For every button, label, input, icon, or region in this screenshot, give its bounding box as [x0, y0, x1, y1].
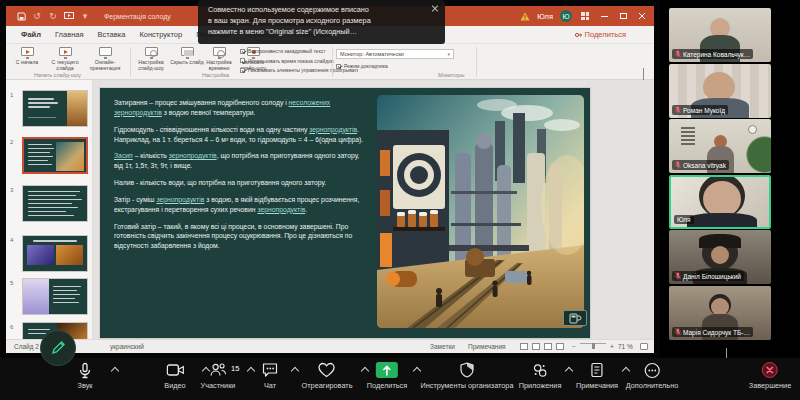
thumb-number: 2	[10, 139, 13, 145]
chat-icon	[262, 361, 279, 379]
mic-muted-icon	[675, 50, 681, 58]
language-indicator[interactable]: украинский	[110, 343, 144, 350]
chat-options-chevron-icon[interactable]	[291, 367, 299, 375]
slide-paragraph: Затір - суміш зернопродуктів з водою, в …	[114, 195, 370, 215]
leave-meeting-button[interactable]: Завершение	[749, 361, 791, 390]
minimize-button[interactable]	[598, 10, 610, 22]
chat-button[interactable]: Чат	[262, 361, 279, 390]
slide-sorter-view-icon[interactable]	[532, 343, 540, 350]
fit-to-window-icon[interactable]	[640, 343, 648, 350]
slide-thumbnail-panel: 1 2 3	[6, 80, 93, 339]
tab-design[interactable]: Конструктор	[132, 30, 189, 39]
more-participants-chevron-icon[interactable]	[726, 348, 734, 356]
thumb-number: 5	[10, 280, 13, 286]
undo-icon[interactable]: ↺	[32, 11, 42, 21]
tab-insert[interactable]: Вставка	[91, 30, 133, 39]
close-button[interactable]	[636, 10, 648, 22]
participants-options-chevron-icon[interactable]	[247, 367, 255, 375]
tab-file[interactable]: Файл	[14, 30, 48, 39]
tab-home[interactable]: Главная	[48, 30, 91, 39]
hide-slide-button[interactable]: Скрыть слайд	[170, 47, 204, 66]
slide-thumbnail-2-selected[interactable]	[22, 137, 88, 174]
audio-options-chevron-icon[interactable]	[111, 367, 119, 375]
mic-muted-icon	[675, 328, 681, 336]
pencil-icon	[50, 340, 66, 356]
zoom-in-button[interactable]: +	[610, 343, 614, 350]
participant-tile[interactable]: Даніл Білошицький	[669, 230, 771, 284]
apps-button[interactable]: Приложения	[519, 361, 562, 390]
notes-toggle[interactable]: Заметки	[430, 343, 455, 350]
ribbon-display-options-icon[interactable]	[579, 10, 591, 22]
maximize-button[interactable]	[617, 10, 629, 22]
group-label-setup: Настройка	[202, 72, 229, 78]
shield-icon	[460, 361, 475, 379]
powerpoint-window: ↺ ↻ ▾ Ферментація солоду Юля Ю	[6, 6, 654, 353]
notes-icon	[590, 361, 604, 379]
meeting-toolbar: Звук Видео Участники 15 Чат	[0, 358, 800, 400]
mic-icon	[77, 361, 93, 379]
participant-tile[interactable]: Роман Мукоїд	[669, 64, 771, 118]
thumb-number: 3	[10, 187, 13, 193]
ppt-statusbar: Слайд 2 из 7 украинский Заметки Примечан…	[6, 339, 654, 353]
account-name[interactable]: Юля	[537, 12, 553, 21]
group-label-start-slideshow: Начать слайд-шоу	[34, 72, 81, 78]
checkbox-presenter-view[interactable]: Режим докладчика	[336, 63, 466, 69]
zoom-out-button[interactable]: −	[572, 343, 576, 350]
slide-paragraph: Засип – кількість зернопродуктів, що пот…	[114, 151, 370, 171]
notes-button[interactable]: Примечания	[576, 361, 618, 390]
zoom-level[interactable]: 71 %	[618, 343, 633, 350]
comments-toggle[interactable]: Примечания	[468, 343, 506, 350]
monitor-dropdown[interactable]: Монитор: Автоматически▾	[336, 49, 454, 59]
toast-line1: Совместно используемое содержимое вписан…	[208, 5, 427, 16]
reading-view-icon[interactable]	[544, 343, 552, 350]
notification-toast: Совместно используемое содержимое вписан…	[198, 0, 445, 44]
setup-slideshow-button[interactable]: Настройка слайд-шоу	[134, 47, 168, 72]
share-icon	[574, 31, 582, 39]
annotation-pencil-button[interactable]	[40, 330, 76, 366]
heart-icon	[318, 361, 336, 379]
participants-icon	[210, 361, 227, 379]
quick-access-toolbar: ↺ ↻ ▾	[6, 11, 90, 21]
from-current-slide-button[interactable]: С текущего слайда	[48, 47, 82, 72]
toast-line3: нажмите в меню "Original size" (Исходный…	[208, 27, 427, 38]
slide-thumbnail-4[interactable]	[22, 235, 88, 272]
participant-tile[interactable]: Oksana vitryak	[669, 119, 771, 173]
slide-text-block: Затирання – процес змішування подрібнено…	[114, 98, 370, 258]
camera-icon	[166, 361, 184, 379]
redo-icon[interactable]: ↻	[48, 11, 58, 21]
more-button[interactable]: Дополнительно	[626, 361, 679, 390]
present-online-button[interactable]: Онлайн-презентация	[88, 47, 122, 72]
host-tools-button[interactable]: Инструменты организатора	[421, 361, 514, 390]
participant-name-label: Даніл Білошицький	[672, 271, 744, 281]
participant-tile-active-speaker[interactable]: Юля	[669, 175, 771, 229]
react-button[interactable]: Отреагировать	[302, 361, 353, 390]
slide-thumbnail-1[interactable]	[22, 90, 88, 127]
toast-close-icon[interactable]	[431, 4, 439, 12]
audio-button[interactable]: Звук	[77, 361, 93, 390]
share-screen-button[interactable]: Поделиться	[367, 361, 407, 390]
slide-canvas[interactable]: Затирання – процес змішування подрібнено…	[100, 88, 590, 338]
brewery-illustration	[377, 95, 584, 328]
thumb-number: 1	[10, 92, 13, 98]
rehearse-timings-button[interactable]: Настройка времени	[202, 47, 236, 72]
thumb-number: 6	[10, 324, 13, 330]
group-label-monitors: Мониторы	[438, 72, 464, 78]
normal-view-icon[interactable]	[520, 343, 528, 350]
collapse-ribbon-icon[interactable]	[643, 69, 650, 76]
slide-paragraph: Гідромодуль - співвідношення кількості в…	[114, 125, 370, 145]
from-beginning-button[interactable]: С начала	[10, 47, 44, 66]
slide-thumbnail-5[interactable]	[22, 278, 88, 315]
save-icon[interactable]	[16, 11, 26, 21]
ppt-share-button[interactable]: Поделиться	[574, 30, 626, 39]
brand-stamp	[563, 310, 587, 326]
apps-options-chevron-icon[interactable]	[565, 367, 573, 375]
account-avatar[interactable]: Ю	[560, 10, 572, 22]
slideshow-view-icon[interactable]	[556, 343, 564, 350]
video-button[interactable]: Видео	[164, 361, 185, 390]
participant-tile[interactable]: Марія Сидорчук ТБ-…	[669, 286, 771, 340]
monitors-group: Монитор: Автоматически▾ Режим докладчика	[336, 49, 466, 69]
participant-tile[interactable]: Катерина Ковальчук…	[669, 8, 771, 62]
qat-dropdown-icon[interactable]: ▾	[80, 11, 90, 21]
start-slideshow-icon[interactable]	[64, 11, 74, 21]
slide-thumbnail-3[interactable]	[22, 185, 88, 222]
